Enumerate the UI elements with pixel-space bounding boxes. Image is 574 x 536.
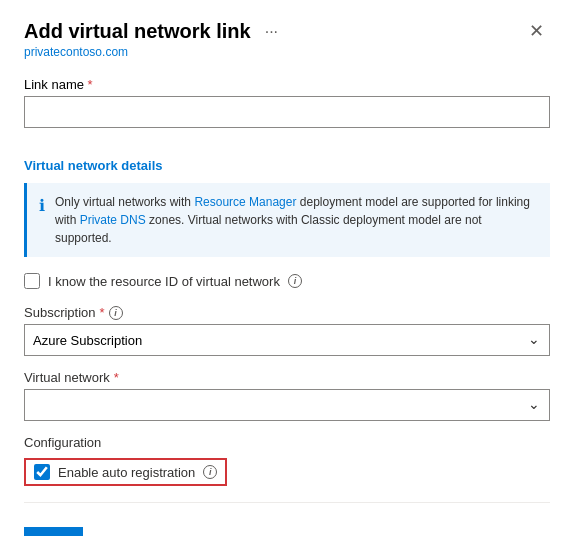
know-resource-id-checkbox[interactable] xyxy=(24,273,40,289)
add-vnet-link-panel: Add virtual network link ··· ✕ privateco… xyxy=(0,0,574,536)
auto-registration-info-icon[interactable]: i xyxy=(203,465,217,479)
virtual-network-dropdown[interactable] xyxy=(24,389,550,421)
subscription-info-icon[interactable]: i xyxy=(109,306,123,320)
virtual-network-dropdown-wrapper xyxy=(24,389,550,421)
resource-id-info-icon[interactable]: i xyxy=(288,274,302,288)
info-box: ℹ Only virtual networks with Resource Ma… xyxy=(24,183,550,257)
resource-manager-link[interactable]: Resource Manager xyxy=(194,195,296,209)
divider xyxy=(24,502,550,503)
panel-title: Add virtual network link xyxy=(24,20,251,43)
vnet-details-header: Virtual network details xyxy=(24,158,550,173)
subscription-required: * xyxy=(100,305,105,320)
close-button[interactable]: ✕ xyxy=(523,20,550,42)
configuration-header: Configuration xyxy=(24,435,550,450)
info-box-text: Only virtual networks with Resource Mana… xyxy=(55,193,538,247)
panel-subtitle: privatecontoso.com xyxy=(24,45,550,59)
subscription-label: Subscription * i xyxy=(24,305,550,320)
auto-registration-row: Enable auto registration i xyxy=(24,458,227,486)
virtual-network-group: Virtual network * xyxy=(24,370,550,421)
configuration-section: Configuration Enable auto registration i xyxy=(24,435,550,486)
know-resource-id-label: I know the resource ID of virtual networ… xyxy=(48,274,280,289)
link-name-group: Link name * xyxy=(24,77,550,144)
subscription-dropdown[interactable]: Azure Subscription xyxy=(24,324,550,356)
know-resource-id-row: I know the resource ID of virtual networ… xyxy=(24,273,550,289)
panel-header: Add virtual network link ··· ✕ xyxy=(24,20,550,43)
ellipsis-button[interactable]: ··· xyxy=(259,21,284,43)
title-area: Add virtual network link ··· xyxy=(24,20,284,43)
required-star: * xyxy=(88,77,93,92)
private-dns-link[interactable]: Private DNS xyxy=(80,213,146,227)
link-name-label: Link name * xyxy=(24,77,550,92)
subscription-group: Subscription * i Azure Subscription xyxy=(24,305,550,356)
ok-button[interactable]: OK xyxy=(24,527,83,536)
info-icon: ℹ xyxy=(39,194,45,247)
subscription-dropdown-wrapper: Azure Subscription xyxy=(24,324,550,356)
auto-registration-checkbox[interactable] xyxy=(34,464,50,480)
link-name-input[interactable] xyxy=(24,96,550,128)
virtual-network-label: Virtual network * xyxy=(24,370,550,385)
vnet-required: * xyxy=(114,370,119,385)
auto-registration-label: Enable auto registration xyxy=(58,465,195,480)
